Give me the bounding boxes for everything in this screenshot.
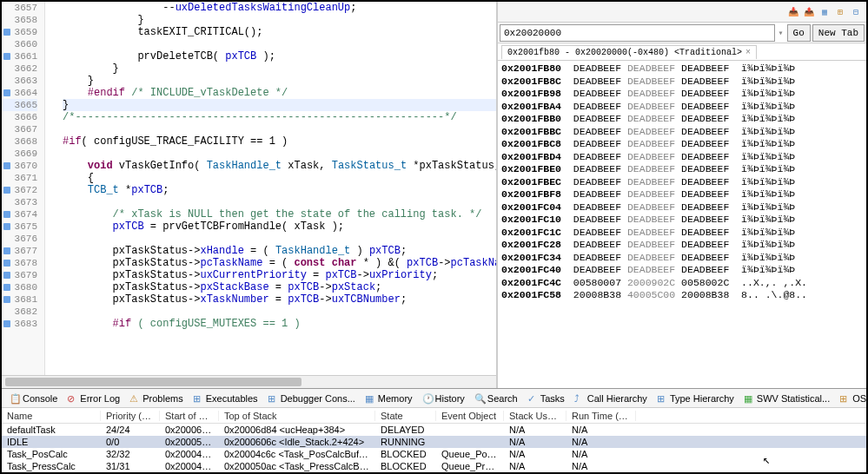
breakpoint-marker[interactable] [3, 89, 10, 96]
tab-swv-statistical-[interactable]: ▦SWV Statistical... [739, 392, 834, 405]
tab-type-hierarchy[interactable]: ⊞Type Hierarchy [653, 392, 739, 405]
memory-row[interactable]: 0x2001FBD4 DEADBEEF DEADBEEF DEADBEEF ï¾… [501, 151, 863, 164]
tab-history[interactable]: 🕐History [418, 392, 469, 405]
breakpoint-marker[interactable] [3, 247, 10, 254]
code-line[interactable]: pxTCB = prvGetTCBFromHandle( xTask ); [63, 221, 496, 233]
breakpoint-marker[interactable] [3, 162, 10, 169]
code-line[interactable]: #endif /* INCLUDE_vTaskDelete */ [63, 87, 496, 99]
code-line[interactable]: #if( configUSE_TRACE_FACILITY == 1 ) [63, 135, 496, 148]
column-header[interactable]: Name [2, 411, 101, 421]
column-header[interactable]: Event Object [436, 411, 504, 421]
code-line[interactable]: taskEXIT_CRITICAL(); [63, 26, 496, 38]
breakpoint-marker[interactable] [3, 211, 10, 218]
code-line[interactable]: pxTaskStatus->pxStackBase = pxTCB->pxSta… [63, 281, 496, 293]
code-line[interactable]: } [63, 99, 496, 111]
memory-row[interactable]: 0x2001FC40 DEADBEEF DEADBEEF DEADBEEF ï¾… [501, 264, 863, 277]
column-header[interactable]: Stack Usage [504, 411, 567, 421]
new-tab-button[interactable]: New Tab [812, 24, 865, 42]
memory-tab[interactable]: 0x2001fb80 - 0x20020000(-0x480) <Traditi… [501, 45, 757, 59]
table-row[interactable]: Task_PosCalc32/320x20004a9c0x20004c6c <T… [2, 448, 866, 460]
table-row[interactable]: Task_PressCalc31/310x20004f640x200050ac … [2, 460, 866, 472]
horizontal-scrollbar[interactable] [2, 375, 496, 388]
code-editor[interactable]: 3657365836593660366136623663366436653666… [2, 2, 497, 388]
memory-row[interactable]: 0x2001FBC8 DEADBEEF DEADBEEF DEADBEEF ï¾… [501, 138, 863, 151]
column-header[interactable]: Top of Stack [219, 411, 375, 421]
breakpoint-marker[interactable] [3, 260, 10, 267]
toolbar-icon[interactable]: ⊟ [849, 5, 863, 19]
code-line[interactable] [63, 148, 496, 160]
memory-row[interactable]: 0x2001FB98 DEADBEEF DEADBEEF DEADBEEF ï¾… [501, 88, 863, 101]
table-row[interactable]: IDLE0/00x20005ec40x2000606c <Idle_Stack.… [2, 436, 866, 448]
memory-row[interactable]: 0x2001FB80 DEADBEEF DEADBEEF DEADBEEF ï¾… [501, 63, 863, 76]
code-line[interactable]: pxTaskStatus->pcTaskName = ( const char … [63, 257, 496, 269]
tab-call-hierarchy[interactable]: ⤴Call Hierarchy [570, 392, 652, 405]
code-line[interactable]: #if ( configUSE_MUTEXES == 1 ) [63, 318, 496, 330]
breakpoint-marker[interactable] [3, 223, 10, 230]
code-line[interactable] [63, 233, 496, 245]
code-line[interactable]: TCB_t *pxTCB; [63, 184, 496, 196]
code-line[interactable]: } [63, 63, 496, 75]
code-line[interactable]: void vTaskGetInfo( TaskHandle_t xTask, T… [63, 160, 496, 172]
tab-memory[interactable]: ▦Memory [361, 392, 417, 405]
code-line[interactable]: /* xTask is NULL then get the state of t… [63, 208, 496, 221]
code-line[interactable]: prvDeleteTCB( pxTCB ); [63, 50, 496, 63]
tab-tasks[interactable]: ✓Tasks [523, 392, 569, 405]
code-line[interactable] [63, 38, 496, 50]
memory-row[interactable]: 0x2001FB8C DEADBEEF DEADBEEF DEADBEEF ï¾… [501, 76, 863, 89]
column-header[interactable]: State [375, 411, 436, 421]
tab-error-log[interactable]: ⊘Error Log [63, 392, 124, 405]
breakpoint-marker[interactable] [3, 296, 10, 303]
column-header[interactable]: Priority (Bas... [101, 411, 160, 421]
tab-executables[interactable]: ⊞Executables [189, 392, 262, 405]
code-line[interactable]: pxTaskStatus->xHandle = ( TaskHandle_t )… [63, 245, 496, 257]
memory-content[interactable]: 0x2001FB80 DEADBEEF DEADBEEF DEADBEEF ï¾… [498, 61, 866, 388]
code-area[interactable]: --uxDeletedTasksWaitingCleanUp; } taskEX… [45, 2, 496, 375]
memory-row[interactable]: 0x2001FC04 DEADBEEF DEADBEEF DEADBEEF ï¾… [501, 201, 863, 214]
memory-row[interactable]: 0x2001FC28 DEADBEEF DEADBEEF DEADBEEF ï¾… [501, 239, 863, 252]
breakpoint-marker[interactable] [3, 272, 10, 279]
memory-row[interactable]: 0x2001FBE0 DEADBEEF DEADBEEF DEADBEEF ï¾… [501, 163, 863, 176]
toolbar-icon[interactable]: 📤 [802, 5, 816, 19]
memory-address-input[interactable] [500, 24, 775, 42]
tab-label: Debugger Cons... [281, 393, 355, 404]
tab-console[interactable]: 📋Console [5, 392, 62, 405]
code-line[interactable]: { [63, 172, 496, 184]
breakpoint-marker[interactable] [3, 284, 10, 291]
close-icon[interactable]: × [745, 48, 751, 57]
toolbar-icon[interactable]: 📥 [786, 5, 800, 19]
code-line[interactable] [63, 196, 496, 208]
breakpoint-marker[interactable] [3, 187, 10, 194]
tab-search[interactable]: 🔍Search [470, 392, 522, 405]
code-line[interactable] [63, 306, 496, 318]
go-button[interactable]: Go [787, 24, 811, 42]
code-line[interactable]: --uxDeletedTasksWaitingCleanUp; [63, 2, 496, 14]
memory-row[interactable]: 0x2001FC4C 00580007 2000902C 0058002C ..… [501, 277, 863, 290]
code-line[interactable]: /*--------------------------------------… [63, 111, 496, 123]
memory-row[interactable]: 0x2001FBA4 DEADBEEF DEADBEEF DEADBEEF ï¾… [501, 101, 863, 114]
memory-row[interactable]: 0x2001FBBC DEADBEEF DEADBEEF DEADBEEF ï¾… [501, 126, 863, 139]
breakpoint-marker[interactable] [3, 53, 10, 60]
memory-row[interactable]: 0x2001FBB0 DEADBEEF DEADBEEF DEADBEEF ï¾… [501, 113, 863, 126]
memory-row[interactable]: 0x2001FC10 DEADBEEF DEADBEEF DEADBEEF ï¾… [501, 214, 863, 227]
toolbar-icon[interactable]: ▦ [818, 5, 832, 19]
memory-row[interactable]: 0x2001FC1C DEADBEEF DEADBEEF DEADBEEF ï¾… [501, 227, 863, 240]
code-line[interactable]: } [63, 14, 496, 26]
memory-row[interactable]: 0x2001FC58 20008B38 40005C00 20008B38 8.… [501, 289, 863, 302]
breakpoint-marker[interactable] [3, 320, 10, 327]
code-line[interactable]: pxTaskStatus->xTaskNumber = pxTCB->uxTCB… [63, 293, 496, 306]
tab-problems[interactable]: ⚠Problems [125, 392, 187, 405]
table-row[interactable]: defaultTask24/240x20006c100x20006d84 <uc… [2, 424, 866, 436]
column-header[interactable]: Run Time (%) [567, 411, 636, 421]
breakpoint-marker[interactable] [3, 29, 10, 36]
freertos-task-table[interactable]: NamePriority (Bas...Start of StackTop of… [2, 408, 866, 472]
toolbar-icon[interactable]: ⊞ [833, 5, 847, 19]
tab-os-resources[interactable]: ⊞OS Resources [835, 392, 866, 405]
tab-debugger-cons-[interactable]: ⊞Debugger Cons... [263, 392, 360, 405]
column-header[interactable]: Start of Stack [160, 411, 219, 421]
code-line[interactable] [63, 123, 496, 135]
code-line[interactable]: } [63, 75, 496, 87]
memory-row[interactable]: 0x2001FBEC DEADBEEF DEADBEEF DEADBEEF ï¾… [501, 176, 863, 189]
memory-row[interactable]: 0x2001FBF8 DEADBEEF DEADBEEF DEADBEEF ï¾… [501, 188, 863, 201]
memory-row[interactable]: 0x2001FC34 DEADBEEF DEADBEEF DEADBEEF ï¾… [501, 252, 863, 265]
code-line[interactable]: pxTaskStatus->uxCurrentPriority = pxTCB-… [63, 269, 496, 281]
